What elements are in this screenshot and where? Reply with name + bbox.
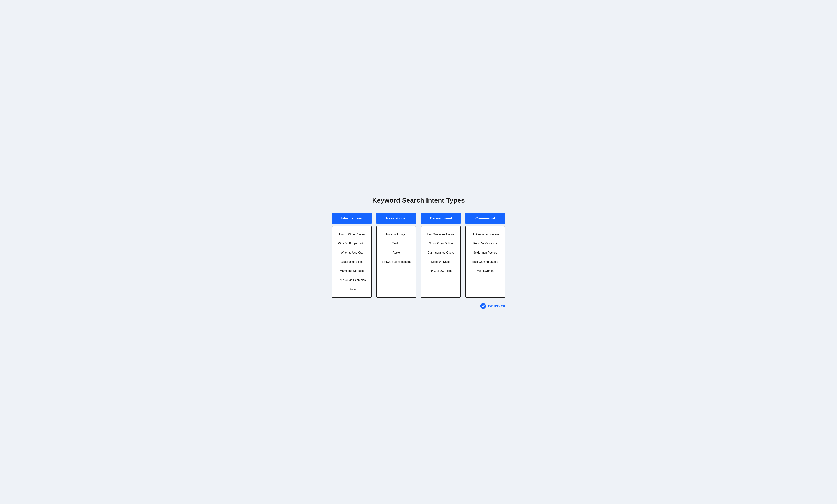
list-item: Order Pizza Online <box>423 239 459 248</box>
column-informational: InformationalHow To Write ContentWhy Do … <box>332 212 372 298</box>
list-item: Car Insurance Quote <box>423 248 459 257</box>
list-item: When to Use Cta <box>334 248 370 257</box>
list-item: Marketing Courses <box>334 266 370 276</box>
list-item: NYC to DC Flight <box>423 266 459 276</box>
column-body-commercial: Hp Customer ReviewPepsi Vs CocacolaSpide… <box>465 226 505 298</box>
list-item: Visit Rwanda <box>467 266 503 276</box>
column-navigational: NavigationalFacebook LoginTwitterAppleSo… <box>376 212 416 298</box>
column-transactional: TransactionalBuy Groceries OnlineOrder P… <box>421 212 461 298</box>
column-commercial: CommercialHp Customer ReviewPepsi Vs Coc… <box>465 212 505 298</box>
list-item: Pepsi Vs Cocacola <box>467 239 503 248</box>
list-item: Style Guide Examples <box>334 276 370 285</box>
columns-wrapper: InformationalHow To Write ContentWhy Do … <box>332 212 505 298</box>
column-header-transactional: Transactional <box>421 212 461 224</box>
column-header-commercial: Commercial <box>465 212 505 224</box>
column-header-navigational: Navigational <box>376 212 416 224</box>
list-item: Why Do People Write <box>334 239 370 248</box>
column-body-informational: How To Write ContentWhy Do People WriteW… <box>332 226 372 298</box>
list-item: Hp Customer Review <box>467 230 503 239</box>
list-item: Best Paleo Blogs <box>334 257 370 266</box>
list-item: How To Write Content <box>334 230 370 239</box>
writerzen-logo: W <box>480 303 486 309</box>
main-card: Keyword Search Intent Types Informationa… <box>325 188 512 316</box>
list-item: Spiderman Posters <box>467 248 503 257</box>
branding-name-part1: Writer <box>488 304 499 308</box>
list-item: Buy Groceries Online <box>423 230 459 239</box>
column-body-transactional: Buy Groceries OnlineOrder Pizza OnlineCa… <box>421 226 461 298</box>
branding: W WriterZen <box>332 303 505 309</box>
list-item: Discount Sales <box>423 257 459 266</box>
list-item: Twitter <box>378 239 414 248</box>
list-item: Apple <box>378 248 414 257</box>
list-item: Tutorial <box>334 285 370 294</box>
list-item: Facebook Login <box>378 230 414 239</box>
list-item: Best Gaming Laptop <box>467 257 503 266</box>
branding-name-part2: Zen <box>499 304 505 308</box>
branding-text: WriterZen <box>488 304 505 308</box>
list-item: Software Development <box>378 257 414 266</box>
column-body-navigational: Facebook LoginTwitterAppleSoftware Devel… <box>376 226 416 298</box>
page-title: Keyword Search Intent Types <box>332 197 505 204</box>
column-header-informational: Informational <box>332 212 372 224</box>
